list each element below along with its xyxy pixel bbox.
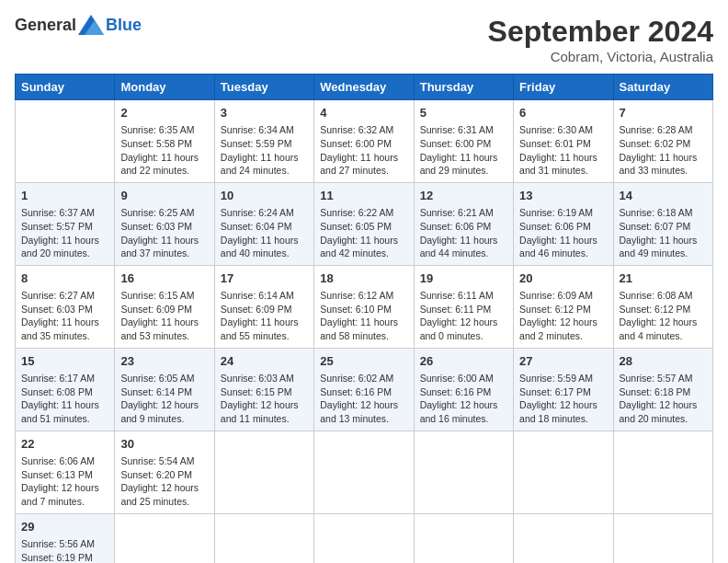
calendar-cell: 1Sunrise: 6:37 AMSunset: 5:57 PMDaylight… xyxy=(16,182,115,265)
calendar-cell xyxy=(613,431,712,513)
calendar-cell: 7Sunrise: 6:28 AMSunset: 6:02 PMDaylight… xyxy=(613,100,712,183)
calendar-cell: 13Sunrise: 6:19 AMSunset: 6:06 PMDayligh… xyxy=(514,182,613,265)
day-info: and 27 minutes. xyxy=(320,164,407,178)
day-info: Daylight: 12 hours xyxy=(519,316,607,329)
day-info: Daylight: 11 hours xyxy=(221,316,308,329)
day-info: Sunrise: 6:00 AM xyxy=(420,372,507,385)
day-info: Sunrise: 6:24 AM xyxy=(221,206,308,220)
day-info: Daylight: 12 hours xyxy=(320,398,407,412)
day-info: Daylight: 12 hours xyxy=(420,316,507,329)
month-year-title: September 2024 xyxy=(488,15,713,49)
day-number: 4 xyxy=(320,105,407,121)
day-info: Sunset: 6:02 PM xyxy=(620,137,707,151)
day-info: Sunrise: 6:03 AM xyxy=(221,372,308,385)
logo-blue: Blue xyxy=(106,16,142,35)
calendar-cell: 6Sunrise: 6:30 AMSunset: 6:01 PMDaylight… xyxy=(514,100,613,183)
day-info: Daylight: 11 hours xyxy=(320,151,407,165)
day-info: Sunrise: 5:57 AM xyxy=(620,372,707,385)
day-info: Sunset: 6:13 PM xyxy=(21,468,108,482)
day-info: and 29 minutes. xyxy=(420,164,507,178)
day-number: 17 xyxy=(221,270,308,287)
day-number: 15 xyxy=(21,353,108,370)
day-info: Daylight: 11 hours xyxy=(519,234,607,247)
day-info: Daylight: 11 hours xyxy=(320,234,407,247)
day-info: and 49 minutes. xyxy=(620,247,707,260)
day-info: Sunrise: 6:37 AM xyxy=(21,206,108,220)
day-info: Daylight: 12 hours xyxy=(620,398,707,412)
day-info: Sunset: 6:08 PM xyxy=(21,385,108,399)
day-info: Sunrise: 6:11 AM xyxy=(420,289,507,303)
day-info: and 44 minutes. xyxy=(420,247,507,260)
calendar-cell: 24Sunrise: 6:03 AMSunset: 6:15 PMDayligh… xyxy=(214,348,313,431)
day-info: Sunset: 6:06 PM xyxy=(519,220,607,234)
title-block: September 2024 Cobram, Victoria, Austral… xyxy=(488,15,713,64)
day-info: and 37 minutes. xyxy=(120,247,208,260)
calendar-cell: 21Sunrise: 6:08 AMSunset: 6:12 PMDayligh… xyxy=(613,265,712,348)
calendar-cell: 5Sunrise: 6:31 AMSunset: 6:00 PMDaylight… xyxy=(414,100,513,183)
calendar-cell: 11Sunrise: 6:22 AMSunset: 6:05 PMDayligh… xyxy=(314,182,414,265)
calendar-cell: 14Sunrise: 6:18 AMSunset: 6:07 PMDayligh… xyxy=(613,182,712,265)
calendar-cell: 9Sunrise: 6:25 AMSunset: 6:03 PMDaylight… xyxy=(115,182,214,265)
day-info: and 55 minutes. xyxy=(221,329,308,343)
day-number: 28 xyxy=(620,353,707,370)
day-number: 29 xyxy=(21,519,108,535)
day-number: 16 xyxy=(120,270,208,287)
day-info: and 9 minutes. xyxy=(120,412,208,426)
day-info: and 16 minutes. xyxy=(420,412,507,426)
day-info: and 22 minutes. xyxy=(120,164,208,178)
calendar-cell: 15Sunrise: 6:17 AMSunset: 6:08 PMDayligh… xyxy=(16,348,115,431)
day-info: Daylight: 12 hours xyxy=(519,398,607,412)
calendar-cell: 27Sunrise: 5:59 AMSunset: 6:17 PMDayligh… xyxy=(514,348,613,431)
day-number: 9 xyxy=(120,188,208,204)
day-info: and 42 minutes. xyxy=(320,247,407,260)
day-info: and 20 minutes. xyxy=(620,412,707,426)
day-info: Sunrise: 6:06 AM xyxy=(21,454,108,468)
day-number: 8 xyxy=(21,270,108,287)
day-number: 3 xyxy=(221,105,308,121)
weekday-header-row: SundayMondayTuesdayWednesdayThursdayFrid… xyxy=(16,75,713,100)
day-info: Sunset: 6:10 PM xyxy=(320,303,407,316)
day-info: Sunset: 6:11 PM xyxy=(420,303,507,316)
calendar-cell: 16Sunrise: 6:15 AMSunset: 6:09 PMDayligh… xyxy=(115,265,214,348)
logo: General Blue xyxy=(15,15,142,35)
day-info: Daylight: 11 hours xyxy=(21,234,108,247)
day-info: Sunrise: 5:56 AM xyxy=(21,537,108,551)
day-info: Daylight: 12 hours xyxy=(620,316,707,329)
weekday-header-saturday: Saturday xyxy=(613,75,712,100)
day-info: Sunset: 6:16 PM xyxy=(320,385,407,399)
day-number: 25 xyxy=(320,353,407,370)
day-info: and 24 minutes. xyxy=(221,164,308,178)
calendar-week-row: 15Sunrise: 6:17 AMSunset: 6:08 PMDayligh… xyxy=(16,348,713,431)
day-info: Sunrise: 6:32 AM xyxy=(320,123,407,137)
day-info: Sunset: 6:00 PM xyxy=(320,137,407,151)
calendar-cell: 22Sunrise: 6:06 AMSunset: 6:13 PMDayligh… xyxy=(16,431,115,513)
day-info: Sunrise: 6:25 AM xyxy=(120,206,208,220)
calendar-week-row: 22Sunrise: 6:06 AMSunset: 6:13 PMDayligh… xyxy=(16,431,713,513)
calendar-cell: 28Sunrise: 5:57 AMSunset: 6:18 PMDayligh… xyxy=(613,348,712,431)
day-info: Sunset: 6:12 PM xyxy=(620,303,707,316)
day-info: Daylight: 11 hours xyxy=(320,316,407,329)
calendar-cell xyxy=(613,513,712,563)
calendar-cell: 3Sunrise: 6:34 AMSunset: 5:59 PMDaylight… xyxy=(214,100,313,183)
day-number: 26 xyxy=(420,353,507,370)
day-info: and 20 minutes. xyxy=(21,247,108,260)
weekday-header-wednesday: Wednesday xyxy=(314,75,414,100)
calendar-cell: 8Sunrise: 6:27 AMSunset: 6:03 PMDaylight… xyxy=(16,265,115,348)
day-info: and 33 minutes. xyxy=(620,164,707,178)
calendar-week-row: 29Sunrise: 5:56 AMSunset: 6:19 PMDayligh… xyxy=(16,513,713,563)
day-info: Sunset: 6:18 PM xyxy=(620,385,707,399)
day-number: 12 xyxy=(420,188,507,204)
weekday-header-sunday: Sunday xyxy=(16,75,115,100)
day-number: 2 xyxy=(120,105,208,121)
day-info: Daylight: 11 hours xyxy=(519,151,607,165)
day-info: and 0 minutes. xyxy=(420,329,507,343)
day-info: Daylight: 11 hours xyxy=(420,151,507,165)
logo-icon xyxy=(78,15,104,35)
day-info: Sunset: 6:04 PM xyxy=(221,220,308,234)
logo-general: General xyxy=(15,16,76,35)
day-info: Daylight: 12 hours xyxy=(21,481,108,495)
day-info: Sunrise: 6:28 AM xyxy=(620,123,707,137)
day-number: 11 xyxy=(320,188,407,204)
calendar-cell: 10Sunrise: 6:24 AMSunset: 6:04 PMDayligh… xyxy=(214,182,313,265)
day-info: Sunrise: 6:34 AM xyxy=(221,123,308,137)
